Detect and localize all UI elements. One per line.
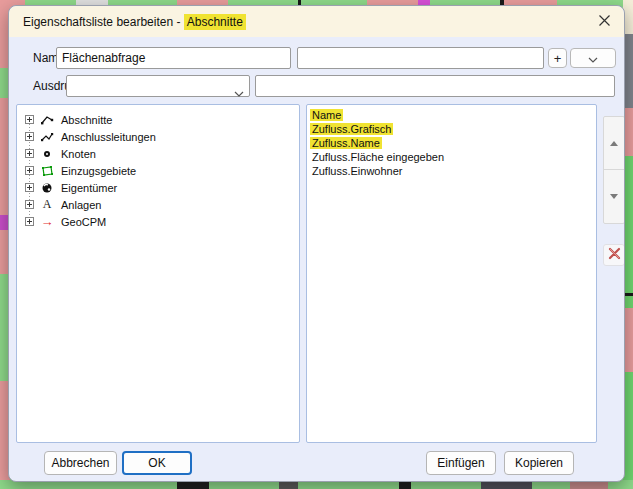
list-item[interactable]: Zufluss.Fläche eingegeben <box>310 150 596 164</box>
copy-button[interactable]: Kopieren <box>504 451 574 475</box>
tree-item-geocpm[interactable]: → GeoCPM <box>25 213 299 230</box>
chevron-down-icon <box>588 51 598 66</box>
tree-item-knoten[interactable]: Knoten <box>25 145 299 162</box>
list-item[interactable]: Zufluss.Name <box>310 136 596 150</box>
delete-button[interactable] <box>603 244 625 266</box>
close-button[interactable] <box>594 12 614 32</box>
tree-item-label: Einzugsgebiete <box>61 165 136 177</box>
ausdruck-combobox[interactable] <box>66 75 250 97</box>
name-dropdown-button[interactable] <box>570 48 616 68</box>
expand-plus-icon[interactable] <box>25 183 34 192</box>
chevron-down-icon <box>234 83 244 101</box>
node-dot-icon <box>39 147 55 161</box>
tree-item-eigentuemer[interactable]: Eigentümer <box>25 179 299 196</box>
tree-item-label: GeoCPM <box>61 216 106 228</box>
catchment-polygon-icon <box>39 164 55 178</box>
close-icon <box>598 13 611 31</box>
ok-button[interactable]: OK <box>122 451 192 475</box>
expand-plus-icon[interactable] <box>25 132 34 141</box>
dialog-title-prefix: Eigenschaftsliste bearbeiten - <box>23 15 184 29</box>
tree-item-abschnitte[interactable]: Abschnitte <box>25 111 299 128</box>
section-polyline-icon <box>39 113 55 127</box>
dialog-title-highlight: Abschnitte <box>184 14 246 30</box>
arrow-up-icon <box>610 141 618 146</box>
category-tree-panel: Abschnitte Anschlussleitungen Knoten <box>16 104 300 443</box>
dialog-titlebar: Eigenschaftsliste bearbeiten - Abschnitt… <box>9 6 624 37</box>
add-button[interactable]: + <box>548 48 567 68</box>
connection-polyline-icon <box>39 130 55 144</box>
ausdruck-input[interactable] <box>255 75 615 97</box>
reorder-buttons <box>603 116 625 224</box>
letter-a-icon: A <box>39 198 55 212</box>
tree-item-label: Knoten <box>61 148 96 160</box>
red-arrow-icon: → <box>39 215 55 229</box>
expand-plus-icon[interactable] <box>25 217 34 226</box>
arrow-down-icon <box>610 194 618 199</box>
list-item[interactable]: Zufluss.Einwohner <box>310 164 596 178</box>
insert-button[interactable]: Einfügen <box>426 451 496 475</box>
list-item[interactable]: Zufluss.Grafisch <box>310 122 596 136</box>
edit-property-list-dialog: Eigenschaftsliste bearbeiten - Abschnitt… <box>8 5 625 482</box>
expand-plus-icon[interactable] <box>25 115 34 124</box>
expand-plus-icon[interactable] <box>25 200 34 209</box>
name-input[interactable] <box>56 47 291 69</box>
tree-item-anschlussleitungen[interactable]: Anschlussleitungen <box>25 128 299 145</box>
selected-properties-panel: Name Zufluss.Grafisch Zufluss.Name Zuflu… <box>306 104 597 443</box>
tree-item-label: Anlagen <box>61 199 101 211</box>
delete-x-icon <box>608 246 621 264</box>
dialog-title: Eigenschaftsliste bearbeiten - Abschnitt… <box>23 15 246 29</box>
tree-item-anlagen[interactable]: A Anlagen <box>25 196 299 213</box>
expand-plus-icon[interactable] <box>25 166 34 175</box>
tree-item-label: Anschlussleitungen <box>61 131 156 143</box>
owner-globe-icon <box>39 181 55 195</box>
move-down-button[interactable] <box>604 170 624 223</box>
move-up-button[interactable] <box>604 117 624 170</box>
list-item[interactable]: Name <box>310 108 596 122</box>
cancel-button[interactable]: Abbrechen <box>44 451 117 475</box>
name-secondary-input[interactable] <box>297 47 544 69</box>
tree-item-label: Eigentümer <box>61 182 117 194</box>
tree-item-label: Abschnitte <box>61 114 112 126</box>
tree-item-einzugsgebiete[interactable]: Einzugsgebiete <box>25 162 299 179</box>
expand-plus-icon[interactable] <box>25 149 34 158</box>
